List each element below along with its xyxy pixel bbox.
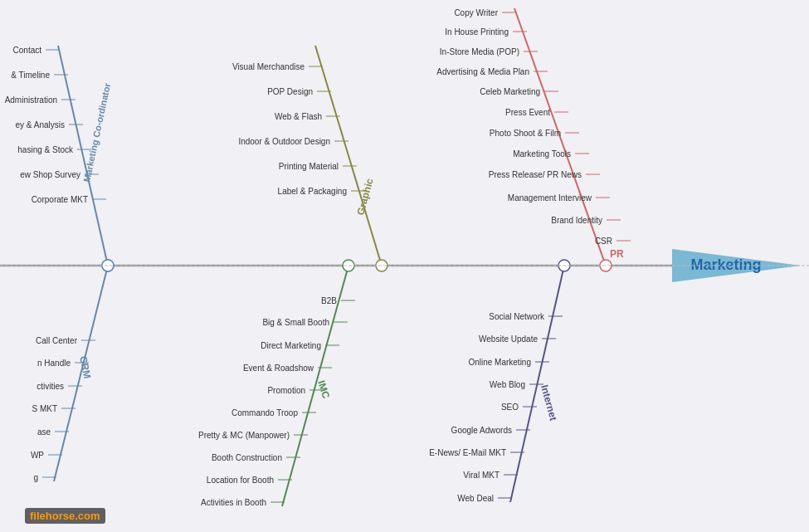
pr-item-12: CSR — [595, 237, 612, 246]
pr-item-6: Press Event — [505, 108, 550, 117]
imc-item-5: Promotion — [267, 386, 305, 395]
internet-item-5: SEO — [501, 403, 519, 412]
crm-item-6: n Handle — [37, 359, 71, 368]
imc-item-3: Direct Marketing — [261, 341, 321, 350]
watermark: filehorse.com — [25, 508, 105, 524]
graphic-item-3: Web & Flash — [275, 112, 322, 121]
watermark-text: filehorse — [30, 510, 75, 522]
pr-item-4: Advertising & Media Plan — [436, 67, 529, 76]
graphic-item-6: Label & Packaging — [278, 187, 347, 196]
internet-item-4: Web Blog — [490, 380, 525, 389]
pr-item-9: Press Release/ PR News — [489, 170, 582, 179]
pr-item-5: Celeb Marketing — [480, 87, 540, 96]
mc-item-6: ew Shop Survey — [20, 170, 80, 179]
pr-label: PR — [610, 248, 624, 260]
imc-item-4: Event & Roadshow — [243, 364, 314, 373]
internet-item-2: Website Update — [479, 334, 538, 344]
mc-item-1: Contact — [13, 46, 42, 55]
internet-item-6: Google Adwords — [451, 426, 512, 435]
mc-item-2: & Timeline — [11, 71, 50, 80]
pr-item-3: In-Store Media (POP) — [440, 47, 519, 56]
fishbone-diagram: Marketing PR Copy Writer In House Printi… — [0, 0, 809, 532]
graphic-item-4: Indoor & Outdoor Design — [238, 137, 330, 146]
internet-item-9: Web Deal — [457, 494, 494, 503]
pr-item-1: Copy Writer — [454, 8, 498, 17]
crm-item-5: ctivities — [37, 382, 64, 391]
internet-item-1: Social Network — [489, 312, 545, 321]
mc-item-7: Corporate MKT — [32, 195, 88, 204]
graphic-item-1: Visual Merchandise — [232, 62, 305, 71]
marketing-label: Marketing — [690, 256, 761, 273]
pr-item-8: Marketing Tools — [513, 149, 571, 159]
mc-item-3: Administration — [5, 95, 57, 105]
graphic-item-2: POP Design — [267, 87, 313, 96]
imc-item-9: Location for Booth — [207, 476, 274, 485]
pr-item-7: Photo Shoot & Film — [490, 129, 561, 138]
internet-item-7: E-News/ E-Mail MKT — [429, 448, 506, 457]
imc-item-10: Activities in Booth — [201, 498, 266, 507]
graphic-item-5: Printing Material — [279, 162, 339, 171]
imc-item-6: Commando Troop — [231, 408, 298, 417]
watermark-suffix: .com — [75, 510, 100, 522]
mc-item-5: hasing & Stock — [17, 145, 74, 154]
pr-item-2: In House Printing — [445, 27, 509, 37]
pr-item-10: Management Interview — [508, 193, 592, 203]
crm-item-7: Call Center — [36, 336, 78, 345]
crm-item-4: S MKT — [32, 404, 57, 413]
imc-item-7: Pretty & MC (Manpower) — [198, 431, 290, 440]
imc-item-8: Booth Construction — [212, 453, 282, 462]
imc-item-2: Big & Small Booth — [262, 318, 329, 327]
mc-item-4: ey & Analysis — [16, 120, 65, 129]
internet-item-3: Online Marketing — [468, 358, 531, 367]
crm-item-2: WP — [31, 451, 44, 460]
crm-item-1: g — [33, 473, 38, 482]
internet-item-8: Viral MKT — [463, 471, 500, 480]
pr-item-11: Brand Identity — [551, 216, 602, 225]
imc-item-1: B2B — [321, 296, 337, 305]
crm-item-3: ase — [37, 427, 51, 437]
